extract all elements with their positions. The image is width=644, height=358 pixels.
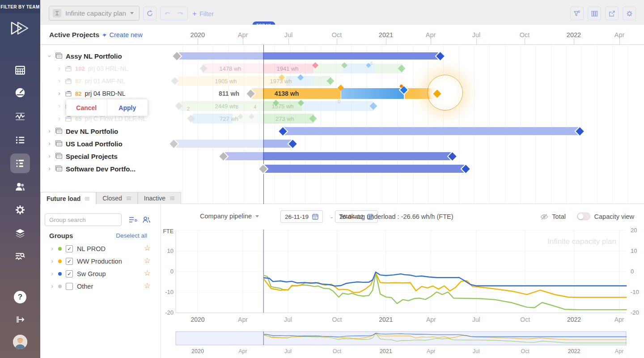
- capacity-view-toggle[interactable]: Capacity view: [577, 213, 634, 220]
- group-checkbox[interactable]: ✓: [66, 270, 73, 277]
- logout-button[interactable]: [15, 314, 25, 325]
- people-filter-button[interactable]: [142, 216, 151, 224]
- tab-menu-icon[interactable]: [85, 196, 90, 201]
- favorite-star-icon[interactable]: ☆: [144, 243, 151, 253]
- portfolio-icon: [55, 128, 63, 135]
- group-checkbox[interactable]: [66, 283, 73, 290]
- group-row-other[interactable]: Other: [50, 283, 93, 290]
- group-checkbox[interactable]: ✓: [66, 245, 73, 252]
- chevron-right-icon[interactable]: [47, 129, 52, 133]
- group-row-sw-group[interactable]: ✓Sw Group: [50, 270, 106, 277]
- tree-row-prj-03-hrl-nl[interactable]: 102prj 03 HRL-NL: [57, 62, 128, 75]
- reports-button[interactable]: [588, 7, 601, 20]
- settings-button[interactable]: [623, 7, 636, 20]
- tree-row-software-dev-portfo-[interactable]: Software Dev Portfo...: [47, 162, 136, 175]
- chevron-right-icon[interactable]: [50, 260, 54, 264]
- refresh-button[interactable]: [143, 7, 157, 20]
- chevron-right-icon[interactable]: [57, 104, 62, 108]
- chevron-right-icon[interactable]: [47, 142, 52, 146]
- pipeline-chart[interactable]: 2020AprJulOct2021AprJulOct2022AprInfinit…: [161, 226, 644, 329]
- favorite-star-icon[interactable]: ☆: [144, 281, 151, 290]
- total-label: Total: [552, 213, 566, 220]
- tab-menu-icon[interactable]: [126, 196, 131, 200]
- gantt-bar[interactable]: [263, 165, 465, 173]
- gantt-bar[interactable]: [341, 88, 404, 99]
- gantt-bar[interactable]: [222, 152, 263, 160]
- people-icon: [142, 216, 151, 224]
- gantt-bar[interactable]: [263, 52, 439, 60]
- gantt-bar[interactable]: [178, 52, 263, 60]
- chevron-right-icon[interactable]: [50, 285, 54, 289]
- calendar-icon: [312, 213, 318, 220]
- milestone-highlight-ring[interactable]: [427, 75, 463, 111]
- deselect-all-link[interactable]: Deselect all: [116, 232, 147, 239]
- svg-text:10: 10: [167, 247, 174, 254]
- add-filter-button[interactable]: + Filter: [192, 9, 214, 18]
- collapse-groups-button[interactable]: D: [128, 216, 137, 223]
- chevron-right-icon[interactable]: [47, 167, 52, 171]
- tab-closed[interactable]: Closed: [96, 192, 138, 204]
- pipeline-selector[interactable]: Company pipeline: [200, 213, 259, 220]
- total-toggle[interactable]: Total: [540, 213, 566, 220]
- sidebar-item-gear[interactable]: [10, 200, 30, 220]
- tab-future-load[interactable]: Future load: [40, 192, 96, 205]
- chevron-right-icon[interactable]: [57, 92, 62, 96]
- tree-row-prj-04-brd-nl[interactable]: 82prj 04 BRD-NL: [57, 87, 126, 100]
- grid-line: [551, 45, 551, 204]
- user-avatar[interactable]: [13, 335, 27, 349]
- sidebar-item-gauge[interactable]: [10, 83, 30, 102]
- sidebar-item-gantt-list[interactable]: [10, 153, 30, 173]
- project-priority-number: 82: [75, 90, 81, 97]
- chevron-right-icon[interactable]: [57, 117, 62, 121]
- date-from-input[interactable]: 26-11-19: [280, 210, 323, 223]
- chevron-right-icon[interactable]: [50, 247, 54, 251]
- sidebar-item-people[interactable]: [10, 177, 30, 196]
- sidebar-item-list[interactable]: [10, 130, 30, 150]
- gantt-bar[interactable]: [172, 140, 263, 148]
- help-button[interactable]: ?: [14, 291, 26, 303]
- favorite-star-icon[interactable]: ☆: [144, 256, 151, 265]
- tree-row-dev-nl-portfolio[interactable]: Dev NL Portfolio: [47, 125, 118, 137]
- gantt-bar[interactable]: [282, 127, 580, 135]
- tree-row-us-load-portfolio[interactable]: US Load Portfolio: [47, 137, 123, 150]
- portfolio-icon: [55, 165, 63, 172]
- svg-text:Apr: Apr: [427, 348, 435, 354]
- chevron-right-icon[interactable]: [47, 154, 52, 158]
- create-new-button[interactable]: + Create new: [102, 31, 143, 38]
- svg-text:-20: -20: [631, 309, 639, 316]
- grid-line: [581, 45, 582, 204]
- undo-redo-group[interactable]: [160, 7, 188, 20]
- cancel-button[interactable]: Cancel: [66, 99, 107, 116]
- favorite-filter-button[interactable]: [570, 7, 584, 20]
- tab-menu-icon[interactable]: [169, 196, 175, 200]
- tree-row-prj-01-amf-nl[interactable]: 87prj 01 AMF-NL: [57, 75, 125, 87]
- grid-line: [627, 45, 628, 204]
- today-line: TODAY: [263, 25, 264, 204]
- timeline-label: 2021: [379, 31, 393, 38]
- plan-selector-button[interactable]: Infinite capacity plan: [49, 6, 140, 21]
- export-button[interactable]: [605, 7, 619, 20]
- group-search-input[interactable]: [45, 213, 122, 226]
- chevron-right-icon[interactable]: [57, 79, 62, 83]
- underload-summary: Total avg underload : -26.66 wh/h (FTE): [339, 213, 453, 220]
- gantt-bar[interactable]: [263, 152, 452, 160]
- group-row-ww-production[interactable]: ✓WW Production: [50, 258, 122, 265]
- group-checkbox[interactable]: ✓: [66, 258, 73, 265]
- toggle-switch[interactable]: [577, 213, 590, 220]
- sidebar-item-layers[interactable]: [10, 223, 30, 243]
- groups-title: Groups: [49, 232, 73, 239]
- sidebar-item-activity[interactable]: [10, 107, 30, 126]
- favorite-star-icon[interactable]: ☆: [144, 268, 151, 278]
- tab-inactive[interactable]: Inactive: [138, 192, 181, 204]
- tree-row-assy-nl-portfolio[interactable]: Assy NL Portfolio: [47, 50, 122, 62]
- apply-button[interactable]: Apply: [107, 99, 148, 116]
- chart-navigator[interactable]: 2020AprJulOct2021AprJulOct2022Apr: [161, 329, 644, 358]
- projects-view-selector[interactable]: Active Projects: [49, 31, 106, 39]
- chevron-right-icon[interactable]: [57, 67, 62, 71]
- group-row-nl-prod[interactable]: ✓NL PROD: [50, 245, 106, 252]
- chevron-right-icon[interactable]: [50, 272, 54, 276]
- chevron-down-icon[interactable]: [47, 54, 52, 58]
- sidebar-item-list-search[interactable]: [10, 247, 30, 266]
- sidebar-item-calendar-grid[interactable]: [10, 60, 30, 80]
- tree-row-special-projects[interactable]: Special Projects: [47, 150, 118, 162]
